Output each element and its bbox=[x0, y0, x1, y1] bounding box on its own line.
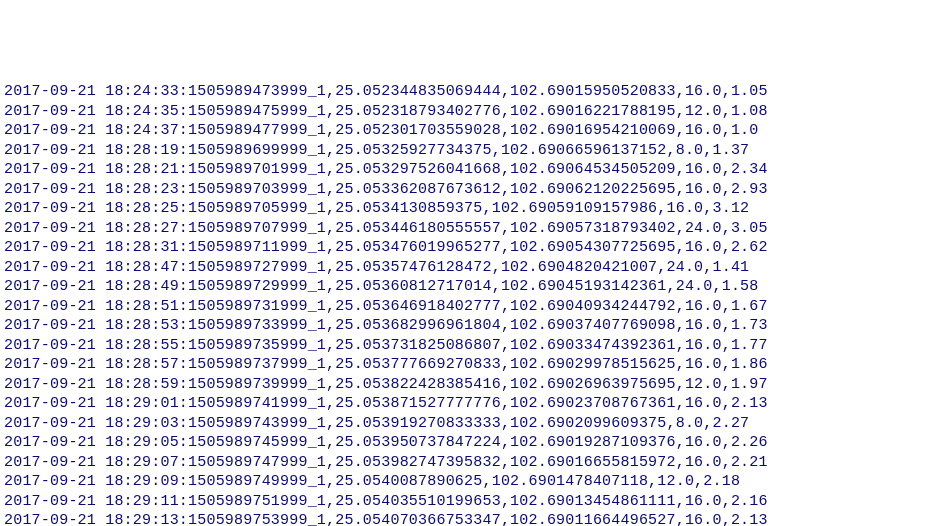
log-line: 2017-09-21 18:28:27:1505989707999_1,25.0… bbox=[4, 219, 936, 239]
log-line: 2017-09-21 18:28:59:1505989739999_1,25.0… bbox=[4, 375, 936, 395]
log-line: 2017-09-21 18:28:49:1505989729999_1,25.0… bbox=[4, 277, 936, 297]
log-line: 2017-09-21 18:28:25:1505989705999_1,25.0… bbox=[4, 199, 936, 219]
log-line: 2017-09-21 18:29:05:1505989745999_1,25.0… bbox=[4, 433, 936, 453]
log-line: 2017-09-21 18:29:01:1505989741999_1,25.0… bbox=[4, 394, 936, 414]
log-line: 2017-09-21 18:29:13:1505989753999_1,25.0… bbox=[4, 511, 936, 526]
log-line: 2017-09-21 18:24:35:1505989475999_1,25.0… bbox=[4, 102, 936, 122]
log-line: 2017-09-21 18:29:03:1505989743999_1,25.0… bbox=[4, 414, 936, 434]
log-line: 2017-09-21 18:28:55:1505989735999_1,25.0… bbox=[4, 336, 936, 356]
log-line: 2017-09-21 18:28:47:1505989727999_1,25.0… bbox=[4, 258, 936, 278]
log-line: 2017-09-21 18:28:53:1505989733999_1,25.0… bbox=[4, 316, 936, 336]
log-line: 2017-09-21 18:28:31:1505989711999_1,25.0… bbox=[4, 238, 936, 258]
log-line: 2017-09-21 18:28:21:1505989701999_1,25.0… bbox=[4, 160, 936, 180]
log-line: 2017-09-21 18:28:57:1505989737999_1,25.0… bbox=[4, 355, 936, 375]
log-line: 2017-09-21 18:28:19:1505989699999_1,25.0… bbox=[4, 141, 936, 161]
log-line: 2017-09-21 18:29:11:1505989751999_1,25.0… bbox=[4, 492, 936, 512]
log-line: 2017-09-21 18:28:51:1505989731999_1,25.0… bbox=[4, 297, 936, 317]
log-line: 2017-09-21 18:29:07:1505989747999_1,25.0… bbox=[4, 453, 936, 473]
log-line: 2017-09-21 18:24:37:1505989477999_1,25.0… bbox=[4, 121, 936, 141]
log-output: 2017-09-21 18:24:33:1505989473999_1,25.0… bbox=[4, 82, 936, 526]
log-line: 2017-09-21 18:29:09:1505989749999_1,25.0… bbox=[4, 472, 936, 492]
log-line: 2017-09-21 18:28:23:1505989703999_1,25.0… bbox=[4, 180, 936, 200]
log-line: 2017-09-21 18:24:33:1505989473999_1,25.0… bbox=[4, 82, 936, 102]
